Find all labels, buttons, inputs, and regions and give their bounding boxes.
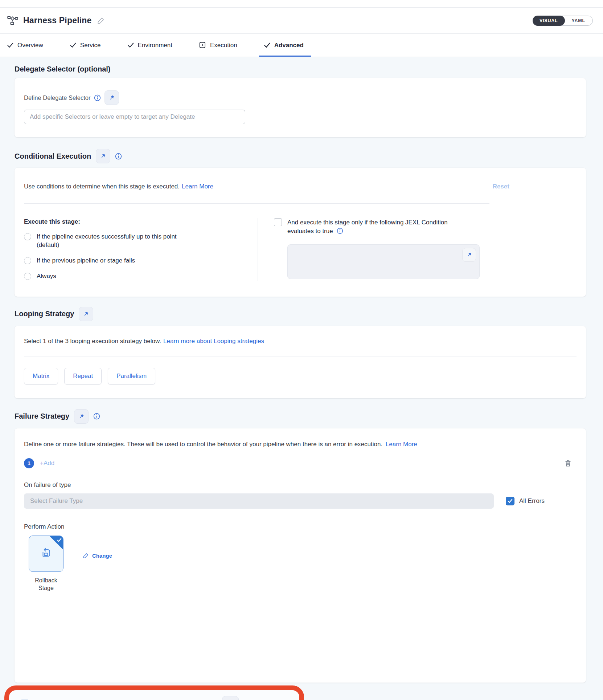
tab-advanced[interactable]: Advanced xyxy=(264,34,304,57)
conditional-execution-card: Use conditions to determine when this st… xyxy=(15,168,586,297)
radio-option-success[interactable]: If the pipeline executes successfully up… xyxy=(24,233,247,249)
yaml-toggle-button[interactable]: YAML xyxy=(565,16,592,26)
header-bar: Harness Pipeline VISUAL YAML xyxy=(0,8,603,34)
select-failure-type-input[interactable] xyxy=(24,493,494,509)
radio-icon[interactable] xyxy=(24,257,31,264)
check-icon xyxy=(7,42,13,48)
pin-runtime-input-button[interactable] xyxy=(74,409,89,424)
stage-tab-bar: Overview Service Environment Execution A… xyxy=(0,34,603,57)
tab-execution[interactable]: Execution xyxy=(199,34,237,57)
jexl-condition-input[interactable] xyxy=(287,244,480,279)
matrix-button[interactable]: Matrix xyxy=(24,368,58,384)
radio-label: If the pipeline executes successfully up… xyxy=(37,233,193,249)
radio-option-failure[interactable]: If the previous pipeline or stage fails xyxy=(24,257,247,265)
rollback-stage-label: Rollback Stage xyxy=(30,577,62,592)
jexl-condition-checkbox[interactable] xyxy=(274,218,282,226)
radio-icon[interactable] xyxy=(24,273,31,280)
radio-option-always[interactable]: Always xyxy=(24,272,247,281)
perform-action-label: Perform Action xyxy=(24,523,577,530)
pin-runtime-input-button[interactable] xyxy=(222,696,239,700)
all-errors-checkbox[interactable] xyxy=(506,497,514,505)
parallelism-button[interactable]: Parallelism xyxy=(108,368,155,384)
execution-icon xyxy=(199,42,206,49)
radio-icon[interactable] xyxy=(24,233,31,240)
tab-overview[interactable]: Overview xyxy=(7,34,43,57)
radio-label: Always xyxy=(37,272,56,281)
conditional-execution-description: Use conditions to determine when this st… xyxy=(24,183,180,190)
pipeline-icon xyxy=(7,16,19,26)
edit-title-icon[interactable] xyxy=(97,17,105,25)
pin-runtime-input-button[interactable] xyxy=(104,90,119,105)
divider xyxy=(24,357,577,357)
tab-label: Environment xyxy=(138,42,172,49)
looping-strategy-card: Select 1 of the 3 looping execution stra… xyxy=(15,326,586,398)
on-failure-of-type-label: On failure of type xyxy=(24,481,577,489)
all-errors-label: All Errors xyxy=(519,497,545,505)
skip-instances-highlight: Skip instances with the same artifact ve… xyxy=(4,685,304,700)
learn-more-link[interactable]: Learn More xyxy=(386,441,417,448)
tab-environment[interactable]: Environment xyxy=(128,34,172,57)
mode-toggle: VISUAL YAML xyxy=(533,16,593,26)
selected-check-icon xyxy=(57,537,62,544)
check-icon xyxy=(264,42,270,48)
delegate-selector-card: Define Delegate Selector xyxy=(15,78,586,137)
define-delegate-selector-label: Define Delegate Selector xyxy=(24,94,90,101)
check-icon xyxy=(128,42,134,48)
learn-more-link[interactable]: Learn More xyxy=(182,183,213,190)
failure-strategy-1-tab[interactable]: 1 xyxy=(24,458,34,468)
pin-runtime-input-button[interactable] xyxy=(79,307,93,321)
pin-runtime-input-button[interactable] xyxy=(462,248,476,262)
pin-runtime-input-button[interactable] xyxy=(96,149,110,163)
tab-label: Overview xyxy=(17,42,43,49)
visual-toggle-button[interactable]: VISUAL xyxy=(533,16,565,26)
change-action-link[interactable]: Change xyxy=(83,553,112,559)
divider xyxy=(24,203,489,204)
info-icon[interactable] xyxy=(93,413,100,420)
jexl-condition-label: And execute this stage only if the follo… xyxy=(287,219,448,235)
delegate-selector-heading: Delegate Selector (optional) xyxy=(15,65,586,73)
looping-strategy-description: Select 1 of the 3 looping execution stra… xyxy=(24,338,161,345)
change-link-label: Change xyxy=(92,553,112,559)
looping-strategy-heading: Looping Strategy xyxy=(15,310,74,318)
repeat-button[interactable]: Repeat xyxy=(64,368,102,384)
advanced-tab-content: Delegate Selector (optional) Define Dele… xyxy=(0,57,603,700)
info-icon[interactable] xyxy=(94,94,101,101)
tab-label: Execution xyxy=(210,42,237,49)
page-title: Harness Pipeline xyxy=(23,16,92,25)
looping-strategies-link[interactable]: Learn more about Looping strategies xyxy=(163,338,264,345)
info-icon[interactable] xyxy=(337,228,343,234)
radio-label: If the previous pipeline or stage fails xyxy=(37,257,135,265)
failure-strategy-description: Define one or more failure strategies. T… xyxy=(24,441,382,448)
delete-strategy-icon[interactable] xyxy=(565,459,571,467)
tab-label: Service xyxy=(80,42,101,49)
conditional-execution-heading: Conditional Execution xyxy=(15,152,91,160)
add-failure-strategy-button[interactable]: +Add xyxy=(40,460,54,467)
tab-service[interactable]: Service xyxy=(70,34,101,57)
execute-this-stage-label: Execute this stage: xyxy=(24,218,247,225)
delegate-selector-input[interactable] xyxy=(24,110,245,124)
rollback-stage-tile[interactable] xyxy=(29,536,63,572)
reset-link[interactable]: Reset xyxy=(493,183,509,190)
top-strip xyxy=(0,0,603,8)
check-icon xyxy=(70,42,76,48)
tab-label: Advanced xyxy=(274,42,304,49)
failure-strategy-card: Define one or more failure strategies. T… xyxy=(15,428,586,683)
failure-strategy-heading: Failure Strategy xyxy=(15,412,69,420)
info-icon[interactable] xyxy=(115,153,122,160)
